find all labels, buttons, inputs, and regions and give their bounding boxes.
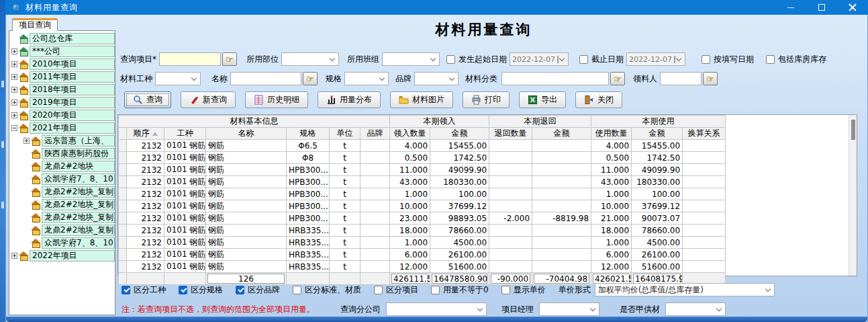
cell-received-qty: 6.000 — [390, 249, 430, 261]
col-returned-qty[interactable]: 退回数量 — [489, 128, 532, 140]
col-brand[interactable]: 品牌 — [360, 128, 390, 140]
tree-item[interactable]: 众凯学府7、8、10 — [9, 173, 115, 186]
tree-item[interactable]: 2018年项目 — [9, 83, 115, 96]
col-returned-amount[interactable]: 金额 — [532, 128, 591, 140]
start-date-field[interactable]: 2022-12-07 — [510, 52, 569, 66]
tree-item[interactable]: 2019年项目 — [9, 96, 115, 109]
minimize-button[interactable] — [775, 0, 806, 15]
category-picker-button[interactable]: ☞ — [610, 72, 625, 85]
expand-toggle-icon[interactable] — [11, 61, 17, 67]
price-form-select[interactable]: 加权平均价(总库值/总库存量) — [595, 283, 775, 296]
tree-item[interactable]: 龙鼎2#2地块_复制 — [9, 198, 115, 211]
query-project-picker-button[interactable]: ☞ — [222, 52, 237, 66]
include-warehouse-checkbox[interactable]: 包括库房库存 — [766, 54, 826, 65]
branch-select[interactable] — [386, 303, 487, 316]
col-worktype[interactable]: 工种 — [164, 128, 206, 140]
option-checkbox[interactable]: 显示单价 — [501, 284, 546, 296]
material-picture-button[interactable]: 材料图片 — [390, 91, 453, 108]
tree-item[interactable]: 2022年项目 — [9, 249, 115, 262]
col-conversion[interactable]: 换算关系 — [683, 128, 726, 140]
table-row[interactable]: 2132 0101 钢筋 钢筋 HPB300... t 11.000 49099… — [119, 164, 726, 176]
tree-item[interactable]: 2010年项目 — [9, 58, 115, 71]
option-checkbox[interactable]: 区分工种 — [122, 284, 166, 296]
col-name[interactable]: 名称 — [206, 128, 287, 140]
maximize-button[interactable] — [806, 0, 837, 15]
search-button[interactable]: 查询 — [124, 91, 171, 108]
picker-input[interactable] — [660, 72, 702, 85]
export-button[interactable]: 导出 — [519, 91, 566, 108]
table-row[interactable]: 2132 0101 钢筋 钢筋 HRB335... t 18.000 78660… — [119, 225, 726, 237]
tab-project-query[interactable]: 项目查询 — [12, 18, 58, 31]
col-received-amount[interactable]: 金额 — [430, 128, 489, 140]
history-detail-button[interactable]: 历史明细 — [245, 91, 308, 108]
expand-toggle-icon[interactable] — [11, 48, 17, 54]
table-row[interactable]: 2132 0101 钢筋 钢筋 HRB335... t 6.000 26100.… — [119, 249, 726, 261]
end-date-field[interactable]: 2022-12-07 — [626, 52, 685, 66]
tree-item[interactable]: 龙鼎2#2地块_复制 — [9, 186, 115, 198]
expand-toggle-icon[interactable] — [11, 99, 17, 106]
print-button[interactable]: 打印 — [463, 91, 510, 108]
expand-toggle-icon[interactable] — [23, 138, 30, 144]
tree-item[interactable]: 众凯学府7、8、10 — [9, 237, 115, 249]
close-window-button[interactable]: 关闭 — [575, 91, 622, 108]
close-button[interactable] — [837, 0, 868, 15]
usage-distribution-button[interactable]: 用量分布 — [318, 91, 381, 108]
start-date-checkbox[interactable]: 发生起始日期 — [446, 54, 507, 65]
table-row[interactable]: 2132 0101 钢筋 钢筋 HPB300... t 23.000 98893… — [119, 212, 726, 225]
option-checkbox[interactable]: 区分规格 — [179, 284, 223, 296]
tree-item[interactable]: 陕西康惠制药股份 — [9, 147, 115, 160]
search-icon — [133, 95, 143, 105]
spec-select[interactable] — [344, 72, 389, 85]
name-input[interactable] — [230, 72, 301, 85]
checkbox-icon — [579, 55, 588, 64]
option-checkbox[interactable]: 用量不等于0 — [431, 284, 489, 296]
option-checkbox[interactable]: 区分项目 — [374, 284, 418, 296]
tree-item[interactable]: 公司总仓库 — [9, 32, 115, 45]
expand-toggle-icon[interactable] — [11, 125, 17, 131]
table-row[interactable]: 2132 0101 钢筋 钢筋 HRB335... t 12.000 51600… — [119, 261, 726, 273]
col-spec[interactable]: 规格 — [287, 128, 330, 140]
maximize-icon — [818, 4, 825, 11]
supplied-select[interactable] — [665, 303, 726, 316]
vertical-scrollbar[interactable] — [849, 115, 857, 276]
category-input[interactable] — [501, 72, 609, 85]
table-row[interactable]: 2132 0101 钢筋 钢筋 HPB300... t 1.000 100.00 — [119, 188, 726, 200]
expand-toggle-icon[interactable] — [11, 74, 17, 80]
tree-item[interactable]: 2021年项目 — [9, 122, 115, 134]
cell-received-qty: 4.000 — [390, 140, 430, 152]
name-picker-button[interactable]: ☞ — [303, 72, 318, 85]
brand-select[interactable] — [414, 72, 459, 85]
table-row[interactable]: 2132 0101 钢筋 钢筋 HPB300... t 43.000 18033… — [119, 176, 726, 188]
new-query-button[interactable]: 新查询 — [181, 91, 236, 108]
expand-toggle-icon[interactable] — [11, 87, 17, 93]
option-checkbox[interactable]: 区分品牌 — [236, 284, 280, 296]
part-select[interactable] — [281, 52, 339, 66]
table-row[interactable]: 2132 0101 钢筋 钢筋 Φ6.5 t 4.000 15455.00 — [119, 140, 726, 152]
option-checkbox[interactable]: 区分标准、材质 — [293, 284, 361, 296]
material-type-select[interactable] — [155, 72, 201, 85]
expand-toggle-icon[interactable] — [11, 112, 17, 118]
tree-item[interactable]: 龙鼎2#2地块_复制 — [9, 224, 115, 237]
tree-item[interactable]: 2020年项目 — [9, 109, 115, 122]
end-date-checkbox[interactable]: 截止日期 — [579, 54, 624, 65]
table-row[interactable]: 2132 0101 钢筋 钢筋 HPB300... t 10.000 37699… — [119, 200, 726, 212]
scrollbar-thumb[interactable] — [851, 120, 855, 140]
table-row[interactable]: 2132 0101 钢筋 钢筋 Φ8 t 0.500 1742.50 0. — [119, 152, 726, 164]
tree-item[interactable]: 龙鼎2#2地块 — [9, 160, 115, 173]
col-unit[interactable]: 单位 — [330, 128, 360, 140]
expand-toggle-icon[interactable] — [11, 253, 17, 259]
col-received-qty[interactable]: 领入数量 — [390, 128, 430, 140]
col-seq[interactable]: 顺序 — [127, 128, 164, 140]
picker-picker-button[interactable]: ☞ — [703, 72, 718, 85]
manager-select[interactable] — [539, 303, 599, 316]
tree-item[interactable]: 2011年项目 — [9, 71, 115, 83]
team-select[interactable] — [382, 52, 440, 66]
col-used-qty[interactable]: 使用数量 — [591, 128, 632, 140]
by-fill-date-checkbox[interactable]: 按填写日期 — [702, 54, 754, 65]
query-project-input[interactable] — [159, 52, 221, 66]
tree-item[interactable]: ***公司 — [9, 45, 115, 58]
tree-item[interactable]: 远东普惠（上海、 — [9, 134, 115, 147]
table-row[interactable]: 2132 0101 钢筋 钢筋 HRB335... t 1.000 4500.0… — [119, 237, 726, 249]
tree-item[interactable]: 龙鼎2#2地块_复制 — [9, 211, 115, 224]
col-used-amount[interactable]: 金额 — [632, 128, 683, 140]
